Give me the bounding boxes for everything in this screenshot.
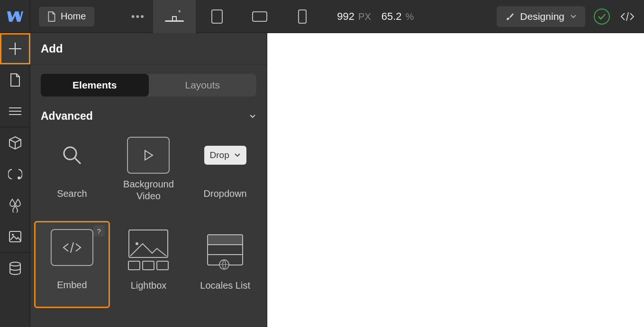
ellipsis-icon: ••• <box>131 10 145 23</box>
canvas-unit: PX <box>358 11 371 22</box>
svg-rect-4 <box>299 10 306 23</box>
svg-rect-0 <box>165 20 184 22</box>
tablet-icon <box>211 9 223 24</box>
svg-text:*: * <box>178 10 181 16</box>
home-page-button[interactable]: Home <box>39 7 94 27</box>
desktop-icon: * <box>164 10 185 23</box>
code-icon <box>620 12 635 21</box>
element-background-video[interactable]: Background Video <box>111 130 187 217</box>
element-label: Lightbox <box>128 280 170 292</box>
page-icon <box>47 11 56 22</box>
element-label: Embed <box>54 279 90 291</box>
element-label: Search <box>54 188 90 200</box>
export-code-button[interactable] <box>620 12 635 21</box>
page-more-button[interactable]: ••• <box>127 6 148 27</box>
chevron-down-icon <box>249 114 256 119</box>
tab-layouts[interactable]: Layouts <box>149 74 257 97</box>
breakpoint-tablet[interactable] <box>196 0 238 33</box>
element-search[interactable]: Search <box>34 130 110 217</box>
element-lightbox[interactable]: Lightbox <box>111 221 187 308</box>
assets-button[interactable] <box>0 221 30 252</box>
chevron-down-icon <box>234 153 241 158</box>
plus-icon <box>7 41 23 57</box>
play-icon <box>142 149 154 161</box>
variables-button[interactable] <box>0 159 30 190</box>
breakpoint-desktop[interactable]: * <box>153 0 196 33</box>
element-locales-list[interactable]: Locales List <box>187 221 263 308</box>
variables-icon <box>8 168 22 181</box>
section-advanced[interactable]: Advanced <box>30 101 267 124</box>
element-label: Dropdown <box>201 188 250 200</box>
add-elements-button[interactable] <box>0 33 30 64</box>
breakpoint-landscape[interactable] <box>238 0 281 33</box>
element-embed[interactable]: ? Embed <box>34 221 110 308</box>
components-button[interactable] <box>0 127 30 159</box>
canvas-width: 992 <box>337 10 354 23</box>
element-label: Background Video <box>111 178 187 202</box>
svg-rect-3 <box>253 12 267 21</box>
database-icon <box>9 261 22 275</box>
home-label: Home <box>61 11 86 22</box>
navigator-button[interactable] <box>0 96 30 127</box>
breakpoint-switcher: * <box>153 0 324 33</box>
chevron-down-icon <box>570 14 577 19</box>
pages-button[interactable] <box>0 64 30 96</box>
dropdown-pill-label: Drop <box>210 150 229 160</box>
brush-icon <box>505 12 515 21</box>
page-icon <box>9 73 21 87</box>
dropdown-pill: Drop <box>204 146 246 165</box>
tab-elements[interactable]: Elements <box>41 74 149 97</box>
image-icon <box>129 239 167 257</box>
mode-label: Designing <box>520 11 564 22</box>
left-rail <box>0 33 30 327</box>
section-label: Advanced <box>41 110 93 123</box>
svg-point-7 <box>12 234 14 236</box>
svg-rect-6 <box>9 231 21 242</box>
svg-point-5 <box>18 177 20 179</box>
tablet-landscape-icon <box>252 11 268 22</box>
add-tabs: Elements Layouts <box>41 74 256 97</box>
mobile-icon <box>298 9 307 24</box>
panel-title: Add <box>30 33 267 64</box>
elements-grid: Search Background Video Drop <box>30 124 267 314</box>
check-icon <box>598 13 606 20</box>
droplets-icon <box>9 198 22 212</box>
navigator-icon <box>8 106 22 116</box>
add-panel: Add Elements Layouts Advanced Search <box>30 33 267 327</box>
embed-thumb <box>51 229 93 266</box>
webflow-logo-icon <box>7 11 23 22</box>
element-dropdown[interactable]: Drop Dropdown <box>187 130 263 217</box>
bgvideo-thumb <box>127 137 170 174</box>
search-icon <box>61 144 83 166</box>
cms-button[interactable] <box>0 253 30 284</box>
svg-point-10 <box>136 242 138 245</box>
breakpoint-mobile[interactable] <box>281 0 324 33</box>
cube-icon <box>8 135 23 150</box>
svg-point-9 <box>64 147 76 159</box>
top-toolbar: Home ••• * 992 PX <box>0 0 644 33</box>
zoom-value: 65.2 <box>381 10 402 23</box>
svg-rect-2 <box>212 10 222 23</box>
code-icon <box>62 241 82 254</box>
svg-point-8 <box>10 262 20 266</box>
canvas-area[interactable] <box>267 33 644 327</box>
app-logo[interactable] <box>0 0 30 33</box>
status-ok[interactable] <box>594 9 610 25</box>
image-icon <box>9 230 22 243</box>
help-badge[interactable]: ? <box>93 225 105 237</box>
globe-icon <box>218 259 230 270</box>
element-label: Locales List <box>197 280 253 292</box>
zoom-unit: % <box>406 11 414 22</box>
style-manager-button[interactable] <box>0 190 30 221</box>
mode-dropdown[interactable]: Designing <box>497 6 585 27</box>
canvas-size-info: 992 PX 65.2 % <box>337 10 414 23</box>
